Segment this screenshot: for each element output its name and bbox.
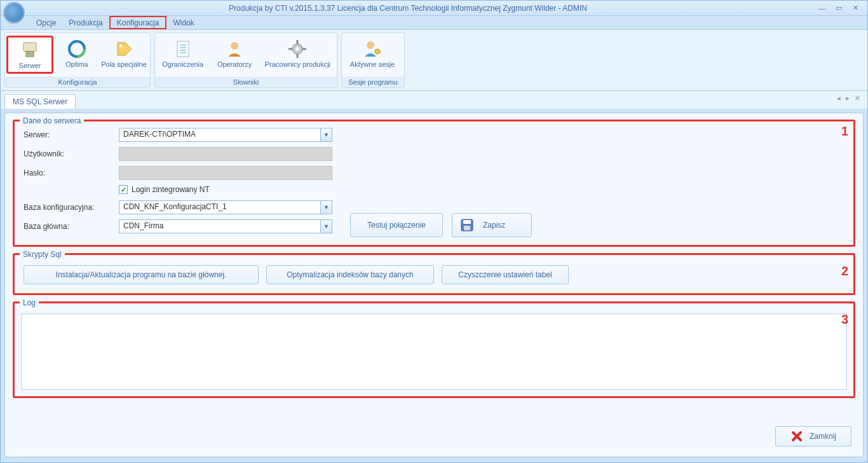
ribbon-aktywne-button[interactable]: Aktywne sesje [343, 36, 402, 71]
script-optimize-button[interactable]: Optymalizacja indeksów bazy danych [266, 265, 434, 284]
chevron-down-icon[interactable]: ▼ [320, 220, 332, 233]
script-clean-label: Czyszczenie ustawień tabel [458, 270, 552, 279]
tab-close-button[interactable]: ✕ [853, 94, 862, 102]
combo-serwer-value: DAREK-CTI\OPTIMA [119, 128, 320, 141]
svg-rect-20 [379, 52, 381, 53]
ribbon-group-slowniki: Ograniczenia Operatorzy Pracownicy produ… [154, 32, 337, 88]
ribbon-group-slowniki-title: Słowniki [155, 77, 337, 87]
document-tabstrip: MS SQL Serwer ◂ ▸ ✕ [1, 91, 867, 109]
user-key-icon [362, 39, 383, 59]
combo-serwer[interactable]: DAREK-CTI\OPTIMA ▼ [119, 128, 332, 142]
script-install-label: Instalacja/Aktualizacja programu na bazi… [56, 270, 227, 279]
svg-point-18 [367, 41, 374, 49]
ribbon-group-sesje: Aktywne sesje Sesje programu [341, 32, 405, 88]
ribbon-optima-button[interactable]: Optima [53, 36, 100, 71]
titlebar: Produkcja by CTI v.2015.1.3.37 Licencja … [1, 1, 867, 16]
ribbon-pracownicy-button[interactable]: Pracownicy produkcji [260, 36, 336, 71]
minimize-button[interactable]: — [815, 4, 829, 13]
fieldset-log: Log 3 [13, 301, 855, 398]
ribbon-ograniczenia-button[interactable]: Ograniczenia [156, 36, 209, 71]
svg-point-13 [295, 47, 299, 51]
test-connection-button[interactable]: Testuj połączenie [350, 213, 443, 237]
combo-bglow-value: CDN_Firma [119, 220, 320, 233]
checkbox-nt-row[interactable]: ✓ Login zintegrowany NT [119, 185, 844, 194]
svg-point-11 [231, 42, 238, 50]
script-optimize-label: Optymalizacja indeksów bazy danych [287, 270, 413, 279]
script-clean-button[interactable]: Czyszczenie ustawień tabel [442, 265, 569, 284]
menu-konfiguracja[interactable]: Konfiguracja [109, 16, 167, 29]
close-icon [790, 430, 803, 443]
app-icon [3, 2, 25, 24]
close-button[interactable]: Zamknij [775, 426, 851, 446]
ribbon-group-konfiguracja: Serwer Optima Pola specjalne Konfiguracj… [4, 32, 151, 88]
checkbox-nt-label: Login zintegrowany NT [132, 185, 210, 194]
label-bkonf: Baza konfiguracyjna: [24, 203, 119, 212]
optima-icon [67, 39, 87, 59]
app-window: Produkcja by CTI v.2015.1.3.37 Licencja … [0, 0, 868, 463]
combo-bkonf[interactable]: CDN_KNF_KonfiguracjaCTI_1 ▼ [119, 200, 332, 214]
tab-next-button[interactable]: ▸ [844, 94, 851, 102]
ribbon-operatorzy-button[interactable]: Operatorzy [209, 36, 259, 71]
user-icon [224, 39, 245, 59]
gear-icon [287, 39, 308, 59]
save-label: Zapisz [483, 221, 505, 230]
ribbon-serwer-button[interactable]: Serwer [6, 36, 53, 74]
annotation-2: 2 [841, 264, 848, 279]
input-user[interactable] [119, 147, 332, 161]
tab-mssql-serwer[interactable]: MS SQL Serwer [4, 94, 76, 109]
window-controls: — ▭ ✕ [815, 4, 862, 13]
svg-rect-23 [464, 226, 470, 230]
ribbon-pola-button[interactable]: Pola specjalne [100, 36, 147, 71]
input-pass[interactable] [119, 166, 332, 180]
legend-dane: Dane do serwera [20, 116, 84, 125]
ribbon-group-konfiguracja-title: Konfiguracja [5, 77, 150, 87]
test-connection-label: Testuj połączenie [367, 221, 426, 230]
ribbon-optima-label: Optima [65, 60, 88, 68]
maximize-button[interactable]: ▭ [832, 4, 846, 13]
label-pass: Hasło: [24, 169, 119, 177]
document-list-icon [173, 39, 193, 59]
legend-log: Log [20, 298, 39, 307]
chevron-down-icon[interactable]: ▼ [320, 201, 332, 214]
close-label: Zamknij [810, 432, 836, 441]
label-bglow: Baza główna: [24, 222, 119, 231]
fieldset-skrypty: Skrypty Sql Instalacja/Aktualizacja prog… [13, 253, 855, 295]
window-title: Produkcja by CTI v.2015.1.3.37 Licencja … [1, 4, 815, 13]
content-panel: Dane do serwera Serwer: DAREK-CTI\OPTIMA… [4, 113, 864, 457]
annotation-1: 1 [841, 124, 848, 139]
script-install-button[interactable]: Instalacja/Aktualizacja programu na bazi… [24, 265, 259, 284]
ribbon-pola-label: Pola specjalne [101, 60, 147, 68]
menu-widok[interactable]: Widok [166, 16, 200, 29]
tag-icon [114, 39, 134, 59]
save-button[interactable]: Zapisz [452, 213, 532, 237]
combo-bkonf-value: CDN_KNF_KonfiguracjaCTI_1 [119, 201, 320, 214]
chevron-down-icon[interactable]: ▼ [320, 128, 332, 141]
menu-produkcja[interactable]: Produkcja [62, 16, 109, 29]
ribbon-aktywne-label: Aktywne sesje [350, 60, 395, 68]
menubar: Opcje Produkcja Konfiguracja Widok [1, 16, 867, 30]
label-user: Użytkownik: [24, 149, 119, 158]
server-icon [20, 40, 40, 60]
svg-rect-0 [24, 43, 36, 52]
combo-bglow[interactable]: CDN_Firma ▼ [119, 219, 332, 233]
ribbon-group-sesje-title: Sesje programu [342, 77, 404, 87]
log-textarea[interactable] [21, 314, 847, 390]
legend-skrypty: Skrypty Sql [20, 250, 65, 259]
ribbon: Serwer Optima Pola specjalne Konfiguracj… [1, 30, 867, 91]
menu-opcje[interactable]: Opcje [30, 16, 62, 29]
close-window-button[interactable]: ✕ [848, 4, 862, 13]
svg-rect-22 [463, 220, 471, 224]
svg-rect-6 [177, 41, 189, 57]
label-serwer: Serwer: [24, 130, 119, 139]
svg-point-2 [29, 53, 31, 55]
ribbon-pracownicy-label: Pracownicy produkcji [265, 60, 330, 68]
ribbon-ograniczenia-label: Ograniczenia [162, 60, 203, 68]
annotation-3: 3 [841, 312, 848, 327]
tab-prev-button[interactable]: ◂ [835, 94, 843, 102]
svg-point-5 [119, 45, 122, 47]
ribbon-operatorzy-label: Operatorzy [217, 60, 252, 68]
fieldset-dane-serwera: Dane do serwera Serwer: DAREK-CTI\OPTIMA… [13, 120, 855, 247]
checkbox-nt[interactable]: ✓ [119, 185, 128, 194]
save-icon [460, 218, 474, 232]
ribbon-serwer-label: Serwer [19, 62, 41, 69]
